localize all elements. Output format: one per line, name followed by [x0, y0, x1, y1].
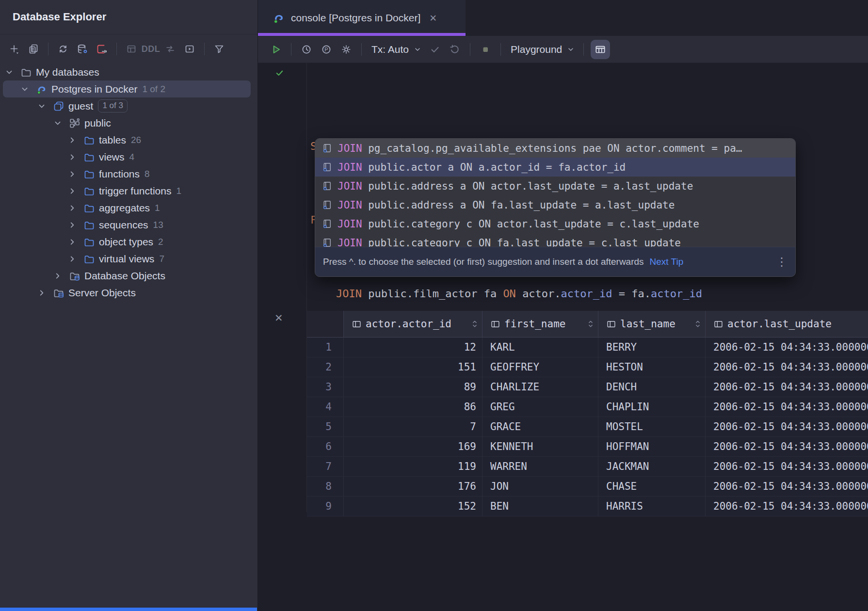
- tree-chevron-icon[interactable]: [36, 101, 47, 112]
- tree-chevron-icon[interactable]: [52, 271, 63, 281]
- table-row[interactable]: 1 12 KARL BERRY 2006-02-15 04:34:33.0000…: [307, 338, 868, 357]
- last-name-cell[interactable]: HESTON: [598, 357, 706, 377]
- rollback-button[interactable]: [447, 41, 463, 58]
- filter-button[interactable]: [211, 41, 227, 57]
- statement-success-check-icon[interactable]: [274, 68, 285, 78]
- column-header-last-name[interactable]: last_name: [598, 311, 706, 337]
- tree-chevron-icon[interactable]: [4, 67, 15, 78]
- commit-button[interactable]: [427, 41, 443, 58]
- tree-item[interactable]: views 4: [3, 148, 251, 165]
- suggestion-item[interactable]: JOIN pg_catalog.pg_available_extensions …: [315, 139, 795, 158]
- table-row[interactable]: 2 151 GEOFFREY HESTON 2006-02-15 04:34:3…: [307, 357, 868, 377]
- tree-item[interactable]: public: [3, 114, 251, 131]
- stop-button[interactable]: [477, 41, 494, 58]
- sort-arrows-icon[interactable]: [587, 320, 594, 328]
- tree-chevron-icon[interactable]: [67, 254, 78, 264]
- playground-selector[interactable]: Playground: [511, 44, 562, 55]
- tree-chevron-icon[interactable]: [67, 152, 78, 162]
- last-update-cell[interactable]: 2006-02-15 04:34:33.000000: [706, 437, 868, 456]
- first-name-cell[interactable]: GREG: [482, 397, 598, 417]
- last-update-cell[interactable]: 2006-02-15 04:34:33.000000: [706, 338, 868, 357]
- actor-id-cell[interactable]: 7: [344, 417, 482, 436]
- tree-chevron-icon[interactable]: [67, 186, 78, 196]
- tree-chevron-icon[interactable]: [19, 84, 30, 95]
- open-in-playground-button[interactable]: [181, 41, 198, 57]
- tree-item[interactable]: Postgres in Docker 1 of 2: [3, 80, 251, 97]
- column-header-last-update[interactable]: actor.last_update: [706, 311, 868, 337]
- tree-chevron-icon[interactable]: [36, 288, 47, 298]
- last-update-cell[interactable]: 2006-02-15 04:34:33.000000: [706, 377, 868, 397]
- suggestion-item[interactable]: JOIN public.address a ON actor.last_upda…: [315, 177, 795, 195]
- actor-id-cell[interactable]: 176: [344, 477, 482, 496]
- last-update-cell[interactable]: 2006-02-15 04:34:33.000000: [706, 417, 868, 436]
- next-tip-link[interactable]: Next Tip: [650, 257, 684, 267]
- ddl-button[interactable]: DDL: [143, 41, 159, 57]
- close-results-icon[interactable]: ✕: [274, 312, 283, 324]
- actor-id-cell[interactable]: 151: [344, 357, 482, 377]
- actor-id-cell[interactable]: 12: [344, 338, 482, 357]
- query-history-button[interactable]: [298, 41, 315, 58]
- actor-id-cell[interactable]: 152: [344, 497, 482, 516]
- last-update-cell[interactable]: 2006-02-15 04:34:33.000000: [706, 497, 868, 516]
- first-name-cell[interactable]: CHARLIZE: [482, 377, 598, 397]
- column-header-first-name[interactable]: first_name: [482, 311, 598, 337]
- tree-item[interactable]: Server Objects: [3, 284, 251, 301]
- parameters-button[interactable]: P: [318, 41, 335, 58]
- table-row[interactable]: 3 89 CHARLIZE DENCH 2006-02-15 04:34:33.…: [307, 377, 868, 397]
- actor-id-cell[interactable]: 119: [344, 457, 482, 476]
- tree-item[interactable]: virtual views 7: [3, 250, 251, 267]
- table-row[interactable]: 8 176 JON CHASE 2006-02-15 04:34:33.0000…: [307, 477, 868, 497]
- last-name-cell[interactable]: HARRIS: [598, 497, 706, 516]
- disconnect-button[interactable]: [94, 41, 110, 57]
- last-name-cell[interactable]: CHAPLIN: [598, 397, 706, 417]
- first-name-cell[interactable]: KARL: [482, 338, 598, 357]
- table-row[interactable]: 4 86 GREG CHAPLIN 2006-02-15 04:34:33.00…: [307, 397, 868, 417]
- suggestion-item[interactable]: JOIN public.address a ON fa.last_update …: [315, 195, 795, 214]
- sort-arrows-icon[interactable]: [694, 320, 701, 328]
- last-update-cell[interactable]: 2006-02-15 04:34:33.000000: [706, 457, 868, 476]
- table-row[interactable]: 9 152 BEN HARRIS 2006-02-15 04:34:33.000…: [307, 497, 868, 516]
- run-button[interactable]: [268, 41, 284, 58]
- chevron-down-icon[interactable]: [567, 46, 575, 53]
- tab-close-icon[interactable]: ✕: [429, 13, 437, 24]
- suggestion-item[interactable]: JOIN public.actor a ON a.actor_id = fa.a…: [315, 158, 795, 177]
- last-name-cell[interactable]: MOSTEL: [598, 417, 706, 436]
- first-name-cell[interactable]: KENNETH: [482, 437, 598, 456]
- tree-item[interactable]: My databases: [3, 64, 251, 80]
- duplicate-button[interactable]: [25, 41, 42, 57]
- tree-item[interactable]: Database Objects: [3, 267, 251, 284]
- code-line[interactable]: JOIN public.film_actor fa ON actor.actor…: [310, 285, 702, 303]
- in-editor-results-toggle[interactable]: [591, 40, 610, 59]
- first-name-cell[interactable]: GEOFFREY: [482, 357, 598, 377]
- tree-item[interactable]: tables 26: [3, 131, 251, 148]
- tree-chevron-icon[interactable]: [67, 220, 78, 230]
- first-name-cell[interactable]: GRACE: [482, 417, 598, 436]
- table-row[interactable]: 7 119 WARREN JACKMAN 2006-02-15 04:34:33…: [307, 457, 868, 477]
- last-name-cell[interactable]: BERRY: [598, 338, 706, 357]
- last-name-cell[interactable]: CHASE: [598, 477, 706, 496]
- tree-chevron-icon[interactable]: [67, 169, 78, 179]
- last-name-cell[interactable]: JACKMAN: [598, 457, 706, 476]
- suggestion-item[interactable]: JOIN public.category c ON actor.last_upd…: [315, 214, 795, 233]
- add-button[interactable]: [6, 41, 22, 57]
- tree-item[interactable]: aggregates 1: [3, 199, 251, 216]
- last-name-cell[interactable]: HOFFMAN: [598, 437, 706, 456]
- tree-chevron-icon[interactable]: [67, 135, 78, 145]
- column-header-actor-id[interactable]: actor.actor_id: [344, 311, 482, 337]
- tree-item[interactable]: sequences 13: [3, 216, 251, 233]
- first-name-cell[interactable]: WARREN: [482, 457, 598, 476]
- table-row[interactable]: 5 7 GRACE MOSTEL 2006-02-15 04:34:33.000…: [307, 417, 868, 437]
- tree-item[interactable]: guest 1 of 3: [3, 97, 251, 114]
- settings-button[interactable]: [338, 41, 354, 58]
- actor-id-cell[interactable]: 169: [344, 437, 482, 456]
- actor-id-cell[interactable]: 86: [344, 397, 482, 417]
- tab-console[interactable]: console [Postgres in Docker] ✕: [258, 0, 466, 36]
- more-options-icon[interactable]: ⋮: [776, 255, 788, 269]
- navigate-button[interactable]: [162, 41, 178, 57]
- last-update-cell[interactable]: 2006-02-15 04:34:33.000000: [706, 397, 868, 417]
- row-number-header[interactable]: [307, 311, 344, 337]
- chevron-down-icon[interactable]: [414, 46, 421, 53]
- table-view-button[interactable]: [123, 41, 140, 57]
- tree-item[interactable]: object types 2: [3, 233, 251, 250]
- last-update-cell[interactable]: 2006-02-15 04:34:33.000000: [706, 477, 868, 496]
